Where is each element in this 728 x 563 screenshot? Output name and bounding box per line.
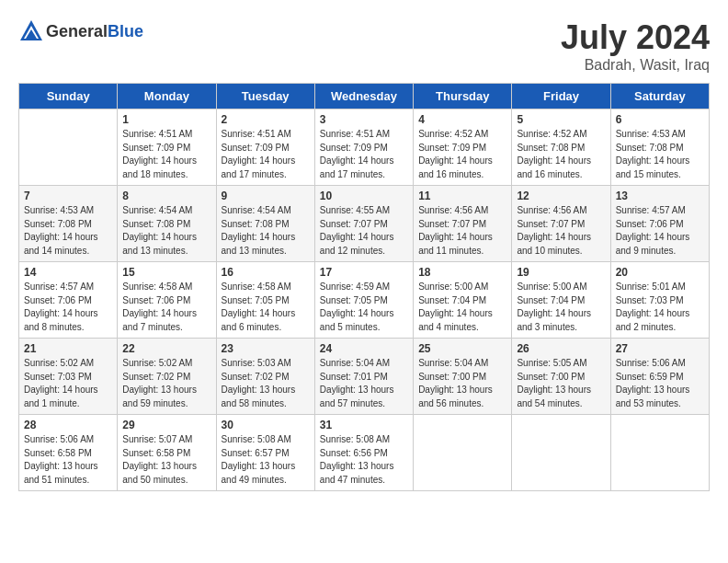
calendar-cell: 25Sunrise: 5:04 AM Sunset: 7:00 PM Dayli… <box>414 339 512 415</box>
day-info: Sunrise: 5:05 AM Sunset: 7:00 PM Dayligh… <box>517 357 605 410</box>
day-info: Sunrise: 5:02 AM Sunset: 7:03 PM Dayligh… <box>24 357 112 410</box>
subtitle: Badrah, Wasit, Iraq <box>561 57 710 74</box>
day-info: Sunrise: 5:03 AM Sunset: 7:02 PM Dayligh… <box>222 357 310 410</box>
day-info: Sunrise: 5:00 AM Sunset: 7:04 PM Dayligh… <box>517 281 605 334</box>
day-number: 19 <box>517 266 605 279</box>
day-number: 5 <box>517 113 605 126</box>
column-header-monday: Monday <box>118 84 216 109</box>
day-info: Sunrise: 4:55 AM Sunset: 7:07 PM Dayligh… <box>320 204 408 258</box>
day-info: Sunrise: 4:56 AM Sunset: 7:07 PM Dayligh… <box>517 204 605 258</box>
day-number: 27 <box>616 342 704 355</box>
calendar-cell: 9Sunrise: 4:54 AM Sunset: 7:08 PM Daylig… <box>216 186 314 262</box>
day-info: Sunrise: 4:53 AM Sunset: 7:08 PM Dayligh… <box>616 128 704 181</box>
day-info: Sunrise: 4:54 AM Sunset: 7:08 PM Dayligh… <box>122 204 210 258</box>
day-info: Sunrise: 5:02 AM Sunset: 7:02 PM Dayligh… <box>122 357 210 410</box>
calendar-cell: 31Sunrise: 5:08 AM Sunset: 6:56 PM Dayli… <box>314 415 413 491</box>
day-number: 25 <box>418 342 506 355</box>
day-number: 24 <box>320 342 408 355</box>
calendar-cell: 27Sunrise: 5:06 AM Sunset: 6:59 PM Dayli… <box>610 339 709 415</box>
logo-text-general: General <box>46 22 108 40</box>
calendar-cell: 16Sunrise: 4:58 AM Sunset: 7:05 PM Dayli… <box>216 262 314 339</box>
calendar-cell: 28Sunrise: 5:06 AM Sunset: 6:58 PM Dayli… <box>19 415 118 491</box>
column-header-friday: Friday <box>512 84 610 109</box>
day-number: 23 <box>222 342 310 355</box>
day-number: 22 <box>122 342 210 355</box>
calendar-cell: 12Sunrise: 4:56 AM Sunset: 7:07 PM Dayli… <box>512 186 610 262</box>
day-info: Sunrise: 4:59 AM Sunset: 7:05 PM Dayligh… <box>320 281 408 334</box>
calendar-cell: 23Sunrise: 5:03 AM Sunset: 7:02 PM Dayli… <box>216 339 314 415</box>
day-info: Sunrise: 4:57 AM Sunset: 7:06 PM Dayligh… <box>24 281 112 334</box>
day-info: Sunrise: 4:58 AM Sunset: 7:06 PM Dayligh… <box>122 281 210 334</box>
calendar-cell: 7Sunrise: 4:53 AM Sunset: 7:08 PM Daylig… <box>19 186 118 262</box>
calendar-week-row: 7Sunrise: 4:53 AM Sunset: 7:08 PM Daylig… <box>19 186 710 262</box>
calendar-week-row: 28Sunrise: 5:06 AM Sunset: 6:58 PM Dayli… <box>19 415 710 491</box>
title-area: July 2024 Badrah, Wasit, Iraq <box>561 18 710 74</box>
column-header-sunday: Sunday <box>19 84 118 109</box>
day-info: Sunrise: 4:54 AM Sunset: 7:08 PM Dayligh… <box>222 204 310 258</box>
day-number: 18 <box>418 266 506 279</box>
day-info: Sunrise: 4:52 AM Sunset: 7:09 PM Dayligh… <box>418 128 506 181</box>
calendar-cell <box>610 415 709 491</box>
calendar-cell: 3Sunrise: 4:51 AM Sunset: 7:09 PM Daylig… <box>314 109 413 186</box>
day-info: Sunrise: 4:58 AM Sunset: 7:05 PM Dayligh… <box>222 281 310 334</box>
calendar-cell: 29Sunrise: 5:07 AM Sunset: 6:58 PM Dayli… <box>118 415 216 491</box>
calendar-cell: 4Sunrise: 4:52 AM Sunset: 7:09 PM Daylig… <box>414 109 512 186</box>
day-number: 3 <box>320 113 408 126</box>
day-number: 8 <box>122 190 210 202</box>
calendar-cell: 15Sunrise: 4:58 AM Sunset: 7:06 PM Dayli… <box>118 262 216 339</box>
calendar-week-row: 21Sunrise: 5:02 AM Sunset: 7:03 PM Dayli… <box>19 339 710 415</box>
calendar-cell: 19Sunrise: 5:00 AM Sunset: 7:04 PM Dayli… <box>512 262 610 339</box>
day-info: Sunrise: 4:52 AM Sunset: 7:08 PM Dayligh… <box>517 128 605 181</box>
day-info: Sunrise: 5:08 AM Sunset: 6:57 PM Dayligh… <box>222 433 310 487</box>
calendar-cell: 30Sunrise: 5:08 AM Sunset: 6:57 PM Dayli… <box>216 415 314 491</box>
column-header-wednesday: Wednesday <box>314 84 413 109</box>
day-info: Sunrise: 4:53 AM Sunset: 7:08 PM Dayligh… <box>24 204 112 258</box>
calendar-cell: 17Sunrise: 4:59 AM Sunset: 7:05 PM Dayli… <box>314 262 413 339</box>
calendar-cell: 20Sunrise: 5:01 AM Sunset: 7:03 PM Dayli… <box>610 262 709 339</box>
day-number: 29 <box>122 419 210 431</box>
day-number: 26 <box>517 342 605 355</box>
calendar-cell: 26Sunrise: 5:05 AM Sunset: 7:00 PM Dayli… <box>512 339 610 415</box>
calendar-cell: 11Sunrise: 4:56 AM Sunset: 7:07 PM Dayli… <box>414 186 512 262</box>
day-number: 7 <box>24 190 112 202</box>
day-number: 2 <box>222 113 310 126</box>
calendar-cell: 22Sunrise: 5:02 AM Sunset: 7:02 PM Dayli… <box>118 339 216 415</box>
day-info: Sunrise: 5:04 AM Sunset: 7:00 PM Dayligh… <box>418 357 506 410</box>
day-info: Sunrise: 5:04 AM Sunset: 7:01 PM Dayligh… <box>320 357 408 410</box>
day-info: Sunrise: 4:56 AM Sunset: 7:07 PM Dayligh… <box>418 204 506 258</box>
calendar-cell <box>19 109 118 186</box>
day-info: Sunrise: 5:06 AM Sunset: 6:58 PM Dayligh… <box>24 433 112 487</box>
day-info: Sunrise: 4:57 AM Sunset: 7:06 PM Dayligh… <box>616 204 704 258</box>
calendar-table: SundayMondayTuesdayWednesdayThursdayFrid… <box>18 83 710 491</box>
column-header-saturday: Saturday <box>610 84 709 109</box>
day-info: Sunrise: 5:07 AM Sunset: 6:58 PM Dayligh… <box>122 433 210 487</box>
column-header-tuesday: Tuesday <box>216 84 314 109</box>
day-number: 28 <box>24 419 112 431</box>
day-number: 15 <box>122 266 210 279</box>
logo: GeneralBlue <box>18 18 143 44</box>
calendar-cell: 13Sunrise: 4:57 AM Sunset: 7:06 PM Dayli… <box>610 186 709 262</box>
day-number: 4 <box>418 113 506 126</box>
calendar-cell: 1Sunrise: 4:51 AM Sunset: 7:09 PM Daylig… <box>118 109 216 186</box>
day-number: 11 <box>418 190 506 202</box>
main-title: July 2024 <box>561 18 710 57</box>
day-number: 31 <box>320 419 408 431</box>
day-number: 12 <box>517 190 605 202</box>
calendar-cell: 2Sunrise: 4:51 AM Sunset: 7:09 PM Daylig… <box>216 109 314 186</box>
calendar-cell: 21Sunrise: 5:02 AM Sunset: 7:03 PM Dayli… <box>19 339 118 415</box>
day-info: Sunrise: 5:06 AM Sunset: 6:59 PM Dayligh… <box>616 357 704 410</box>
calendar-cell: 18Sunrise: 5:00 AM Sunset: 7:04 PM Dayli… <box>414 262 512 339</box>
day-number: 20 <box>616 266 704 279</box>
day-number: 21 <box>24 342 112 355</box>
logo-icon <box>18 18 44 44</box>
day-info: Sunrise: 4:51 AM Sunset: 7:09 PM Dayligh… <box>320 128 408 181</box>
day-number: 30 <box>222 419 310 431</box>
logo-text-blue: Blue <box>108 22 143 40</box>
day-number: 17 <box>320 266 408 279</box>
day-info: Sunrise: 5:00 AM Sunset: 7:04 PM Dayligh… <box>418 281 506 334</box>
calendar-cell: 10Sunrise: 4:55 AM Sunset: 7:07 PM Dayli… <box>314 186 413 262</box>
page-header: GeneralBlue July 2024 Badrah, Wasit, Ira… <box>18 18 710 74</box>
calendar-cell <box>512 415 610 491</box>
calendar-cell: 14Sunrise: 4:57 AM Sunset: 7:06 PM Dayli… <box>19 262 118 339</box>
day-number: 13 <box>616 190 704 202</box>
